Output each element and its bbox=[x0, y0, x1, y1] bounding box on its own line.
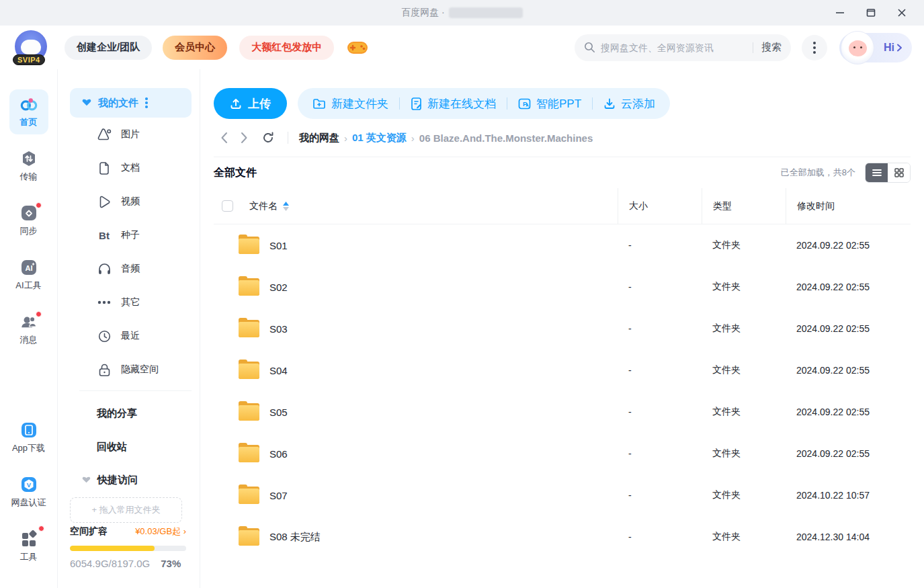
table-row[interactable]: S05 - 文件夹 2024.09.22 02:55 bbox=[214, 391, 911, 433]
upload-button[interactable]: 上传 bbox=[214, 88, 287, 119]
storage-expand-label[interactable]: 空间扩容 bbox=[70, 526, 108, 538]
new-doc-icon bbox=[411, 97, 422, 110]
list-view-button[interactable] bbox=[866, 163, 888, 182]
drop-folder-zone[interactable]: + 拖入常用文件夹 bbox=[70, 497, 182, 523]
file-type: 文件夹 bbox=[702, 531, 786, 543]
file-name[interactable]: S03 bbox=[269, 323, 288, 335]
game-icon[interactable] bbox=[346, 38, 369, 57]
nav-messages[interactable]: 消息 bbox=[9, 307, 48, 352]
nav-ai-tools[interactable]: AI AI工具 bbox=[9, 253, 48, 298]
new-online-doc-button[interactable]: 新建在线文档 bbox=[411, 96, 496, 112]
storage-price-link[interactable]: ¥0.03/GB起 › bbox=[135, 526, 186, 538]
new-folder-button[interactable]: 新建文件夹 bbox=[312, 96, 388, 112]
close-button[interactable] bbox=[886, 0, 917, 26]
storage-progress-track bbox=[70, 546, 186, 551]
sidebar-my-files[interactable]: 我的文件 bbox=[70, 88, 192, 118]
main-content: 上传 新建文件夹 新建在线文档 P 智能PPT bbox=[200, 69, 924, 588]
breadcrumb-parent[interactable]: 01 英文资源 bbox=[352, 132, 407, 144]
table-row[interactable]: S07 - 文件夹 2024.10.22 10:57 bbox=[214, 474, 911, 516]
file-size: - bbox=[618, 532, 702, 542]
toolbar-separator bbox=[399, 97, 400, 110]
sidebar-item-hidden-space[interactable]: 隐藏空间 bbox=[70, 353, 192, 386]
file-name[interactable]: S05 bbox=[269, 407, 288, 418]
file-name[interactable]: S02 bbox=[269, 282, 288, 293]
file-size: - bbox=[618, 282, 702, 292]
toolbar: 上传 新建文件夹 新建在线文档 P 智能PPT bbox=[214, 88, 911, 119]
sidebar: 我的文件 图片 文档 视频 Bt 种子 bbox=[58, 69, 200, 588]
sort-icon[interactable] bbox=[283, 202, 289, 211]
column-size[interactable]: 大小 bbox=[618, 188, 702, 224]
table-row[interactable]: S08 未完结 - 文件夹 2024.12.30 14:04 bbox=[214, 516, 911, 558]
sync-badge bbox=[36, 202, 42, 208]
sidebar-quick-access[interactable]: 快捷访问 bbox=[70, 464, 192, 496]
verify-icon: V bbox=[20, 476, 38, 493]
search-button[interactable]: 搜索 bbox=[761, 41, 782, 54]
crumb-divider bbox=[288, 132, 288, 144]
upload-icon bbox=[230, 97, 242, 110]
nav-home[interactable]: 首页 bbox=[9, 89, 48, 134]
refresh-button[interactable] bbox=[258, 128, 278, 148]
sidebar-my-share[interactable]: 我的分享 bbox=[70, 396, 192, 430]
transfer-icon bbox=[20, 150, 38, 167]
file-name[interactable]: S07 bbox=[269, 490, 288, 501]
table-row[interactable]: S02 - 文件夹 2024.09.22 02:55 bbox=[214, 266, 911, 308]
folder-icon bbox=[239, 445, 259, 462]
my-files-menu-icon[interactable] bbox=[145, 97, 148, 108]
table-row[interactable]: S04 - 文件夹 2024.09.22 02:55 bbox=[214, 349, 911, 391]
ppt-icon: P bbox=[518, 98, 531, 110]
load-status: 已全部加载，共8个 bbox=[781, 167, 855, 179]
breadcrumb-root[interactable]: 我的网盘 bbox=[299, 132, 339, 144]
file-type: 文件夹 bbox=[702, 448, 786, 460]
file-modified: 2024.09.22 02:55 bbox=[786, 448, 911, 459]
messages-badge bbox=[36, 311, 42, 317]
storage-progress-fill bbox=[70, 546, 155, 551]
sidebar-item-videos[interactable]: 视频 bbox=[70, 185, 192, 218]
table-row[interactable]: S06 - 文件夹 2024.09.22 02:55 bbox=[214, 433, 911, 474]
sidebar-item-torrents[interactable]: Bt 种子 bbox=[70, 218, 192, 252]
nav-verify[interactable]: V 网盘认证 bbox=[9, 470, 48, 515]
home-icon bbox=[20, 95, 38, 113]
column-name[interactable]: 文件名 bbox=[249, 200, 278, 212]
file-modified: 2024.09.22 02:55 bbox=[786, 407, 911, 417]
table-row[interactable]: S03 - 文件夹 2024.09.22 02:55 bbox=[214, 308, 911, 349]
select-all-checkbox[interactable] bbox=[222, 200, 233, 212]
sidebar-item-recent[interactable]: 最近 bbox=[70, 319, 192, 353]
file-name[interactable]: S06 bbox=[269, 448, 288, 460]
file-size: - bbox=[618, 490, 702, 501]
sidebar-recycle-bin[interactable]: 回收站 bbox=[70, 430, 192, 464]
cloud-add-button[interactable]: 云添加 bbox=[603, 96, 655, 112]
column-modified[interactable]: 修改时间 bbox=[786, 188, 911, 224]
nav-app-download[interactable]: App下载 bbox=[9, 415, 48, 460]
red-packet-button[interactable]: 大额红包发放中 bbox=[239, 36, 334, 60]
smart-ppt-button[interactable]: P 智能PPT bbox=[518, 96, 581, 112]
table-row[interactable]: S01 - 文件夹 2024.09.22 02:55 bbox=[214, 224, 911, 266]
nav-sync[interactable]: 同步 bbox=[9, 198, 48, 243]
back-button[interactable] bbox=[214, 128, 234, 148]
file-name[interactable]: S08 未完结 bbox=[269, 531, 321, 544]
account-logo[interactable]: SVIP4 bbox=[15, 30, 50, 65]
sidebar-item-documents[interactable]: 文档 bbox=[70, 151, 192, 185]
search-bar[interactable]: 搜索 bbox=[575, 34, 791, 61]
vip-center-button[interactable]: 会员中心 bbox=[163, 36, 227, 60]
sidebar-item-others[interactable]: 其它 bbox=[70, 286, 192, 319]
minimize-button[interactable] bbox=[825, 0, 855, 26]
window-title: 百度网盘 · bbox=[401, 7, 523, 19]
nav-tools[interactable]: 工具 bbox=[9, 524, 48, 569]
create-team-button[interactable]: 创建企业/团队 bbox=[65, 36, 152, 60]
view-toggle bbox=[865, 163, 911, 183]
file-type: 文件夹 bbox=[702, 489, 786, 501]
more-menu-button[interactable] bbox=[802, 35, 827, 60]
file-modified: 2024.09.22 02:55 bbox=[786, 365, 911, 376]
column-type[interactable]: 类型 bbox=[702, 188, 786, 224]
search-input[interactable] bbox=[601, 42, 745, 53]
forward-button[interactable] bbox=[234, 128, 254, 148]
svg-text:AI: AI bbox=[25, 264, 32, 272]
sidebar-item-images[interactable]: 图片 bbox=[70, 118, 192, 151]
sidebar-item-audio[interactable]: 音频 bbox=[70, 252, 192, 286]
file-name[interactable]: S04 bbox=[269, 365, 288, 376]
maximize-button[interactable] bbox=[855, 0, 886, 26]
user-profile-button[interactable]: Hi bbox=[839, 33, 912, 62]
nav-transfer[interactable]: 传输 bbox=[9, 144, 48, 189]
file-name[interactable]: S01 bbox=[269, 240, 288, 251]
grid-view-button[interactable] bbox=[888, 163, 910, 182]
